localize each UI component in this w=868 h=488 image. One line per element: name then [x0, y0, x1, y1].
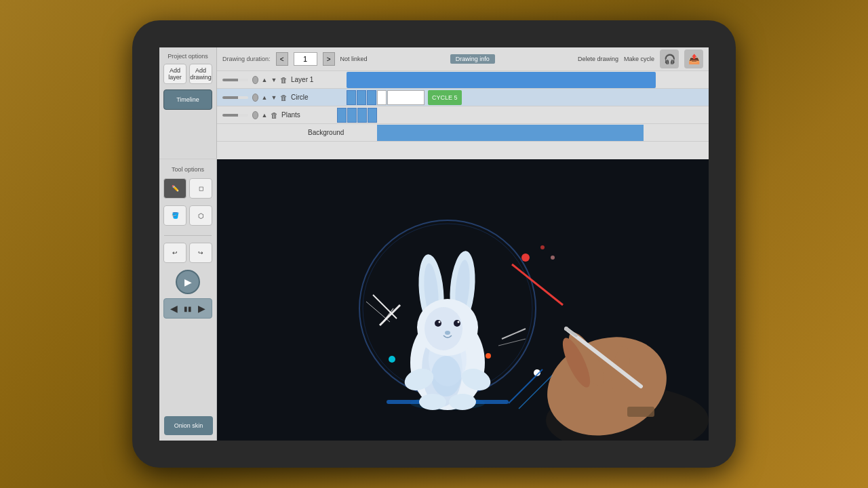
hand-with-stylus: [478, 224, 709, 441]
add-drawing-button[interactable]: Add drawing: [189, 64, 212, 84]
top-panel: Project options Add layer Add drawing Ti…: [159, 47, 709, 159]
make-cycle-button[interactable]: Make cycle: [624, 56, 654, 63]
plants-layer-name: Plants: [281, 111, 336, 119]
layer-row-background[interactable]: Background: [217, 124, 709, 142]
circle-up-arrow[interactable]: ▲: [260, 93, 269, 102]
circle-delete[interactable]: 🗑: [279, 92, 288, 103]
layer1-timeline-bar: [347, 72, 656, 88]
cell-1: [347, 90, 356, 105]
fill-icon: 🪣: [172, 212, 179, 219]
svg-point-35: [449, 394, 476, 410]
svg-point-30: [458, 321, 460, 323]
cycle-label: CYCLE 5: [428, 90, 462, 105]
layer1-opacity-slider[interactable]: [222, 79, 248, 81]
play-icon: ▶: [184, 277, 192, 287]
tablet-screen: Project options Add layer Add drawing Ti…: [159, 47, 709, 441]
eraser-tool-button[interactable]: ◻: [189, 178, 212, 199]
layer-row-plants[interactable]: ▲ 🗑 Plants: [217, 106, 709, 124]
svg-point-31: [445, 331, 450, 335]
next-frame-icon: ▶: [198, 303, 205, 314]
plants-delete[interactable]: 🗑: [269, 110, 279, 121]
timeline-header: Drawing duration: < > Not linked Drawing…: [217, 47, 709, 71]
next-duration-button[interactable]: >: [323, 52, 335, 66]
svg-point-26: [425, 307, 462, 350]
not-linked-label: Not linked: [340, 56, 368, 63]
prev-duration-button[interactable]: <: [276, 52, 288, 66]
cell-5-white: [387, 90, 425, 105]
duration-input[interactable]: [294, 52, 317, 66]
cell-3: [367, 90, 376, 105]
background-layer-name: Background: [308, 129, 362, 136]
circle-down-arrow[interactable]: ▼: [269, 93, 279, 102]
plant-cell-1: [337, 108, 347, 123]
hand-svg: [478, 224, 709, 441]
fill-tool-button[interactable]: 🪣: [163, 205, 186, 226]
layer1-up-arrow[interactable]: ▲: [260, 75, 269, 85]
svg-point-27: [435, 320, 441, 327]
layer1-delete[interactable]: 🗑: [279, 75, 288, 85]
svg-point-48: [564, 327, 568, 331]
timeline-button[interactable]: Timeline: [163, 89, 212, 110]
layer1-name: Layer 1: [291, 76, 345, 83]
cell-2: [357, 90, 366, 105]
tool-divider: [164, 235, 212, 236]
play-button[interactable]: ▶: [176, 270, 200, 294]
redo-button[interactable]: ↪: [189, 243, 212, 263]
plants-opacity-slider[interactable]: [222, 114, 248, 117]
project-options-label: Project options: [167, 53, 208, 60]
svg-point-34: [419, 394, 446, 410]
svg-point-28: [454, 320, 460, 327]
circle-layer-name: Circle: [291, 94, 345, 101]
plants-timeline: [337, 107, 707, 123]
plant-cell-3: [357, 108, 367, 123]
layer1-track: [345, 71, 709, 89]
onion-skin-button[interactable]: Onion skin: [164, 416, 213, 435]
layer-row-circle[interactable]: ▲ ▼ 🗑 Circle CYCLE 5: [217, 89, 709, 106]
layer-row-1[interactable]: ▲ ▼ 🗑 Layer 1: [217, 71, 709, 89]
draw-tools: ✏️ ◻: [163, 178, 212, 199]
background-timeline-bar: [377, 125, 644, 141]
fill-tools: 🪣 ⬡: [163, 205, 212, 226]
plants-track: [336, 106, 709, 124]
delete-drawing-button[interactable]: Delete drawing: [578, 56, 618, 63]
frame-nav-button[interactable]: ◀ ▮▮ ▶: [163, 298, 212, 319]
undo-button[interactable]: ↩: [163, 243, 186, 263]
circle-visibility[interactable]: [252, 94, 259, 102]
cell-4-white: [377, 90, 387, 105]
svg-point-5: [389, 356, 395, 363]
drawing-info-button[interactable]: Drawing info: [450, 54, 495, 64]
layer1-down-arrow[interactable]: ▼: [269, 75, 279, 85]
lasso-icon: ⬡: [198, 212, 204, 220]
eraser-icon: ◻: [199, 185, 203, 192]
background-track: [376, 124, 709, 142]
svg-point-29: [439, 321, 441, 323]
tablet-frame: Project options Add layer Add drawing Ti…: [132, 20, 736, 468]
svg-rect-45: [627, 407, 654, 417]
add-layer-button[interactable]: Add layer: [163, 64, 186, 84]
canvas-area: [217, 159, 709, 441]
plants-visibility[interactable]: [252, 111, 259, 119]
brush-icon: ✏️: [172, 185, 179, 192]
circle-opacity-slider[interactable]: [222, 96, 248, 99]
headphones-icon: 🎧: [660, 49, 679, 68]
undo-icon: ↩: [172, 249, 178, 256]
tool-sidebar: Tool options ✏️ ◻ 🪣 ⬡: [159, 159, 217, 441]
plant-cell-4: [368, 108, 377, 123]
prev-frame-icon: ◀: [170, 303, 178, 314]
export-icon[interactable]: 📤: [684, 49, 703, 68]
drawing-duration-label: Drawing duration:: [222, 56, 271, 62]
frame-stack-icon: ▮▮: [184, 305, 192, 312]
brush-tool-button[interactable]: ✏️: [163, 178, 186, 199]
svg-point-20: [431, 356, 461, 396]
circle-track: CYCLE 5: [345, 89, 709, 106]
layers-area: ▲ ▼ 🗑 Layer 1 ▲ ▼ 🗑: [217, 71, 709, 159]
left-sidebar: Project options Add layer Add drawing Ti…: [159, 47, 217, 159]
add-controls: Add layer Add drawing: [163, 64, 212, 84]
redo-icon: ↪: [198, 249, 203, 256]
lasso-tool-button[interactable]: ⬡: [189, 205, 212, 226]
plants-up-arrow[interactable]: ▲: [260, 110, 269, 120]
undo-redo: ↩ ↪: [163, 243, 212, 263]
layer1-visibility[interactable]: [252, 76, 259, 84]
circle-timeline: CYCLE 5: [347, 89, 707, 106]
tool-options-label: Tool options: [172, 166, 204, 173]
